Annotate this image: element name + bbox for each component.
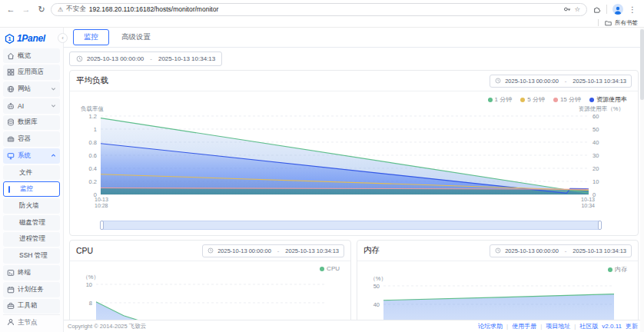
memory-card-title: 内存 (363, 245, 380, 256)
clock-icon (207, 247, 214, 254)
database-icon (7, 118, 15, 126)
svg-text:0.6: 0.6 (89, 152, 97, 159)
calendar-icon (7, 286, 15, 294)
page-scrollbar[interactable] (640, 28, 644, 332)
svg-text:20: 20 (593, 165, 599, 172)
load-date-range-picker[interactable]: 2025-10-13 00:00:00 - 2025-10-13 10:34:1… (490, 75, 632, 88)
back-icon[interactable]: ← (5, 3, 17, 15)
svg-text:10: 10 (86, 281, 92, 288)
svg-text:1: 1 (8, 35, 11, 42)
svg-text:（%）: （%） (82, 274, 99, 281)
forward-icon[interactable]: → (20, 3, 32, 15)
chevron-down-icon (51, 86, 56, 91)
edition-label[interactable]: 社区版 (579, 322, 598, 330)
sidebar: 1 1Panel ‹ 概览 应用商店 网站 (0, 28, 64, 332)
load-chart: 00.20.40.60.811.20102030405060资源使用率（%）负载… (70, 104, 638, 219)
datazoom-slider[interactable] (101, 221, 601, 230)
divider (598, 19, 599, 26)
sidebar-item-database[interactable]: 数据库 (3, 115, 60, 131)
update-link[interactable]: 更新 (626, 322, 638, 330)
sidebar-subitem-disk[interactable]: 磁盘管理 (3, 215, 60, 231)
legend-item[interactable]: 1 分钟 (488, 95, 513, 104)
key-icon[interactable] (563, 5, 571, 13)
load-card-title: 平均负载 (76, 75, 108, 86)
forum-help-link[interactable]: 论坛求助 (478, 322, 503, 330)
cpu-chart-svg: 0246810（%） (70, 272, 337, 320)
memory-card: 内存 2025-10-13 00:00:00 - 2025-10-13 10:3… (357, 240, 639, 320)
legend-item[interactable]: 内存 (608, 265, 627, 274)
sidebar-item-appstore[interactable]: 应用商店 (3, 65, 60, 80)
svg-text:10:28: 10:28 (95, 203, 108, 208)
tab-monitor[interactable]: 监控 (73, 29, 109, 45)
1panel-logo-icon: 1 (5, 34, 15, 44)
datazoom-right-handle[interactable] (598, 221, 602, 230)
container-icon (7, 135, 15, 143)
profile-avatar[interactable] (612, 4, 623, 15)
svg-text:1.2: 1.2 (89, 113, 97, 120)
memory-date-range-picker[interactable]: 2025-10-13 00:00:00 - 2025-10-13 10:34:1… (490, 244, 632, 257)
legend-item[interactable]: 15 分钟 (553, 95, 581, 104)
url-text: 192.168.20.110:16182/hosts/monitor/monit… (89, 5, 561, 13)
sidebar-item-website[interactable]: 网站 (3, 81, 60, 97)
sidebar-subitem-process[interactable]: 进程管理 (3, 232, 60, 247)
cpu-chart-legend: CPU (70, 261, 350, 272)
load-average-card: 平均负载 2025-10-13 00:00:00 - 2025-10-13 10… (69, 70, 639, 236)
legend-dot-icon (608, 267, 612, 272)
sidebar-item-container[interactable]: 容器 (3, 131, 60, 147)
legend-item[interactable]: 5 分钟 (520, 95, 545, 104)
svg-text:60: 60 (593, 113, 599, 120)
legend-item[interactable]: 资源使用率 (589, 95, 627, 104)
cpu-card-title: CPU (76, 246, 93, 255)
tab-advanced-settings[interactable]: 高级设置 (121, 32, 151, 42)
sidebar-item-terminal[interactable]: 终端 (3, 265, 60, 281)
svg-text:0.4: 0.4 (89, 165, 97, 172)
svg-text:50: 50 (593, 126, 599, 133)
svg-text:30: 30 (593, 152, 599, 159)
cpu-card: CPU 2025-10-13 00:00:00 - 2025-10-13 10:… (69, 240, 351, 320)
robot-icon (7, 102, 15, 110)
project-repo-link[interactable]: 项目地址 (546, 322, 570, 330)
svg-text:50: 50 (373, 283, 380, 290)
all-bookmarks-label[interactable]: 所有书签 (615, 19, 638, 27)
app-root: 1 1Panel ‹ 概览 应用商店 网站 (0, 28, 644, 332)
sidebar-item-cronjob[interactable]: 计划任务 (3, 282, 60, 297)
user-manual-link[interactable]: 使用手册 (512, 322, 536, 330)
browser-menu-icon[interactable]: ⋮ (629, 5, 636, 14)
chevron-down-icon (51, 103, 56, 108)
system-monitor-icon (7, 152, 15, 160)
sidebar-subitem-ssh[interactable]: SSH 管理 (3, 248, 60, 264)
bookmark-star-icon[interactable]: ☆ (574, 5, 580, 13)
sidebar-collapse-button[interactable]: ‹ (58, 33, 68, 43)
svg-text:10:34: 10:34 (581, 203, 595, 208)
datazoom-left-handle[interactable] (100, 221, 104, 230)
sidebar-item-system[interactable]: 系统 (3, 148, 60, 164)
global-date-range-picker[interactable]: 2025-10-13 00:00:00 - 2025-10-13 10:34:1… (69, 51, 222, 66)
sidebar-subitem-monitor[interactable]: 监控 (3, 181, 60, 197)
legend-dot-icon (520, 98, 525, 102)
memory-chart-svg: 01020304050（%） (357, 274, 625, 320)
range-end: 2025-10-13 10:34:13 (158, 55, 215, 62)
sidebar-item-toolbox[interactable]: 工具箱 (3, 299, 60, 314)
sidebar-item-master-node[interactable]: 主节点 (3, 314, 60, 330)
cpu-date-range-picker[interactable]: 2025-10-13 00:00:00 - 2025-10-13 10:34:1… (202, 244, 344, 257)
memory-chart: 01020304050（%） (357, 274, 638, 320)
bookmarks-bar: 所有书签 (0, 18, 644, 28)
scrollbar-thumb[interactable] (640, 29, 644, 100)
sidebar-subitem-firewall[interactable]: 防火墙 (3, 198, 60, 214)
logo: 1 1Panel ‹ (3, 30, 60, 48)
logo-text: 1Panel (17, 33, 45, 44)
browser-chrome: ← → ↻ ⚠ 不安全 192.168.20.110:16182/hosts/m… (0, 0, 644, 18)
legend-dot-icon (553, 98, 558, 102)
sidebar-item-ai[interactable]: AI (3, 98, 60, 114)
url-bar[interactable]: ⚠ 不安全 192.168.20.110:16182/hosts/monitor… (51, 3, 587, 16)
legend-item[interactable]: CPU (320, 265, 340, 272)
version-label[interactable]: v2.0.11 (602, 323, 622, 330)
toolbox-icon (7, 302, 15, 310)
reload-icon[interactable]: ↻ (35, 3, 48, 15)
sidebar-item-overview[interactable]: 概览 (3, 48, 60, 64)
sidebar-subitem-files[interactable]: 文件 (3, 165, 60, 181)
load-chart-svg: 00.20.40.60.811.20102030405060资源使用率（%）负载… (70, 104, 626, 216)
cpu-chart: 0246810（%） (70, 272, 350, 320)
clock-icon (495, 247, 501, 254)
extension-icon[interactable] (593, 5, 601, 13)
